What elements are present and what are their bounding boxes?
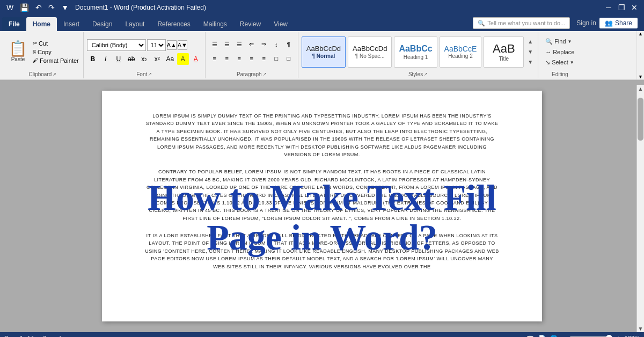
tab-review[interactable]: Review bbox=[233, 17, 267, 31]
style-scroll-up[interactable]: ▲ bbox=[528, 39, 533, 45]
show-hide-button[interactable]: ¶ bbox=[283, 39, 295, 50]
zoom-out-button[interactable]: − bbox=[562, 335, 565, 337]
paragraph-expand-icon[interactable]: ↗ bbox=[263, 72, 267, 77]
signin-button[interactable]: Sign in bbox=[576, 19, 596, 27]
font-size-decrease-button[interactable]: A▼ bbox=[178, 40, 187, 50]
customize-icon[interactable]: ▼ bbox=[59, 2, 71, 13]
zoom-in-button[interactable]: + bbox=[617, 335, 620, 337]
ribbon-scroll-down[interactable]: ▼ bbox=[638, 74, 643, 79]
style-scroll-more[interactable]: ▼ bbox=[528, 59, 533, 65]
format-painter-button[interactable]: 🖌 Format Painter bbox=[32, 57, 80, 64]
decrease-indent-button[interactable]: ⇐ bbox=[246, 39, 258, 50]
paragraph-3: IT IS A LONG ESTABLISHED FACT THAT A REA… bbox=[145, 232, 499, 270]
cut-button[interactable]: ✂ Cut bbox=[32, 40, 80, 47]
title-bar-left: W 💾 ↶ ↷ ▼ Document1 - Word (Product Acti… bbox=[4, 2, 206, 13]
vertical-scrollbar: ▲ ▼ bbox=[636, 85, 644, 332]
tab-file[interactable]: File bbox=[2, 17, 26, 31]
font-name-selector[interactable]: Calibri (Body) bbox=[87, 39, 146, 51]
find-dropdown-icon[interactable]: ▼ bbox=[568, 39, 572, 44]
restore-button[interactable]: ❐ bbox=[616, 2, 627, 13]
close-button[interactable]: ✕ bbox=[629, 2, 640, 13]
select-dropdown-icon[interactable]: ▼ bbox=[570, 60, 574, 65]
tab-view[interactable]: View bbox=[267, 17, 294, 31]
bullets-button[interactable]: ☰ bbox=[209, 39, 221, 50]
style-heading2-preview: AaBbCcE bbox=[444, 45, 477, 54]
view-web-icon[interactable]: 🌐 bbox=[550, 335, 558, 338]
paragraph-1: LOREM IPSUM IS SIMPLY DUMMY TEXT OF THE … bbox=[145, 112, 499, 158]
tab-home[interactable]: Home bbox=[26, 17, 57, 31]
font-size-selector[interactable]: 11 bbox=[147, 39, 166, 51]
tell-me-text: Tell me what you want to do... bbox=[487, 20, 565, 26]
font-color-button[interactable]: A bbox=[190, 53, 202, 65]
app-window: W 💾 ↶ ↷ ▼ Document1 - Word (Product Acti… bbox=[0, 0, 644, 337]
tell-me-input[interactable]: 🔍 Tell me what you want to do... bbox=[473, 17, 570, 29]
paste-button[interactable]: 📋 Paste bbox=[5, 40, 31, 63]
line-spacing-button[interactable]: ≡ bbox=[258, 53, 270, 64]
clipboard-sub: ✂ Cut ⎘ Copy 🖌 Format Painter bbox=[32, 40, 80, 64]
save-icon[interactable]: 💾 bbox=[18, 2, 31, 13]
tab-references[interactable]: References bbox=[151, 17, 196, 31]
share-button[interactable]: 👥 Share bbox=[599, 18, 638, 28]
font-label: Font ↗ bbox=[136, 71, 152, 77]
format-painter-label: Format Painter bbox=[40, 57, 79, 64]
bold-button[interactable]: B bbox=[87, 53, 99, 65]
zoom-level: 100% bbox=[625, 335, 640, 337]
cut-label: Cut bbox=[39, 40, 48, 47]
font-size-increase-button[interactable]: A▲ bbox=[167, 40, 177, 50]
align-right-button[interactable]: ≡ bbox=[233, 53, 245, 64]
ribbon-scroll-up[interactable]: ▲ bbox=[638, 31, 643, 36]
tab-insert[interactable]: Insert bbox=[57, 17, 86, 31]
multilevel-button[interactable]: ☰ bbox=[233, 39, 245, 50]
scroll-track[interactable] bbox=[637, 92, 644, 325]
borders-button[interactable]: □ bbox=[283, 53, 295, 64]
style-no-spacing[interactable]: AaBbCcDd ¶ No Spac... bbox=[348, 36, 392, 68]
underline-button[interactable]: U bbox=[113, 53, 125, 65]
align-center-button[interactable]: ≡ bbox=[221, 53, 233, 64]
clipboard-expand-icon[interactable]: ↗ bbox=[53, 72, 56, 77]
font-expand-icon[interactable]: ↗ bbox=[148, 72, 152, 77]
style-heading2[interactable]: AaBbCcE Heading 2 bbox=[440, 36, 482, 68]
scroll-up-button[interactable]: ▲ bbox=[637, 85, 645, 92]
paragraph-row1: ☰ ☰ ☰ ⇐ ⇒ ↕ ¶ bbox=[209, 39, 295, 50]
style-normal[interactable]: AaBbCcDd ¶ Normal bbox=[302, 36, 346, 68]
copy-button[interactable]: ⎘ Copy bbox=[32, 48, 80, 56]
style-normal-label: ¶ Normal bbox=[312, 53, 335, 59]
replace-button[interactable]: ↔ Replace bbox=[543, 48, 576, 56]
subscript-button[interactable]: x₂ bbox=[138, 53, 150, 65]
increase-indent-button[interactable]: ⇒ bbox=[258, 39, 270, 50]
page-info: Page 1 of 1 bbox=[4, 335, 34, 337]
minimize-button[interactable]: ─ bbox=[603, 2, 614, 13]
tab-layout[interactable]: Layout bbox=[119, 17, 151, 31]
word-count: 0 words bbox=[43, 335, 64, 337]
styles-expand-icon[interactable]: ↗ bbox=[424, 72, 428, 77]
view-read-icon[interactable]: 📖 bbox=[526, 335, 534, 338]
align-left-button[interactable]: ≡ bbox=[209, 53, 221, 64]
paragraph-row2: ≡ ≡ ≡ ≡ ≡ □ □ bbox=[209, 53, 295, 64]
style-title[interactable]: AaB Title bbox=[484, 36, 524, 68]
tab-design[interactable]: Design bbox=[86, 17, 119, 31]
highlight-button[interactable]: A bbox=[177, 53, 189, 65]
shading-button[interactable]: □ bbox=[270, 53, 282, 64]
scroll-down-button[interactable]: ▼ bbox=[637, 325, 645, 332]
select-button[interactable]: ↘ Select ▼ bbox=[543, 58, 576, 67]
style-heading1[interactable]: AaBbCc Heading 1 bbox=[394, 36, 437, 68]
italic-button[interactable]: I bbox=[100, 53, 112, 65]
superscript-button[interactable]: x² bbox=[151, 53, 163, 65]
font-group: Calibri (Body) 11 A▲ A▼ B I U ab x₂ bbox=[84, 32, 206, 78]
justify-button[interactable]: ≡ bbox=[246, 53, 258, 64]
style-title-label: Title bbox=[499, 56, 509, 62]
view-print-icon[interactable]: 📄 bbox=[538, 335, 546, 338]
scroll-thumb[interactable] bbox=[638, 98, 643, 141]
tab-mailings[interactable]: Mailings bbox=[197, 17, 233, 31]
numbering-button[interactable]: ☰ bbox=[221, 39, 233, 50]
style-scroll-down[interactable]: ▼ bbox=[528, 49, 533, 55]
redo-icon[interactable]: ↷ bbox=[46, 2, 57, 13]
change-case-button[interactable]: Aa bbox=[164, 53, 176, 65]
undo-icon[interactable]: ↶ bbox=[33, 2, 44, 13]
replace-icon: ↔ bbox=[545, 49, 551, 55]
copy-label: Copy bbox=[38, 49, 52, 55]
ribbon: 📋 Paste ✂ Cut ⎘ Copy 🖌 bbox=[0, 31, 644, 80]
sort-button[interactable]: ↕ bbox=[270, 39, 282, 50]
find-button[interactable]: 🔍 Find ▼ bbox=[543, 37, 576, 46]
strikethrough-button[interactable]: ab bbox=[126, 53, 137, 65]
